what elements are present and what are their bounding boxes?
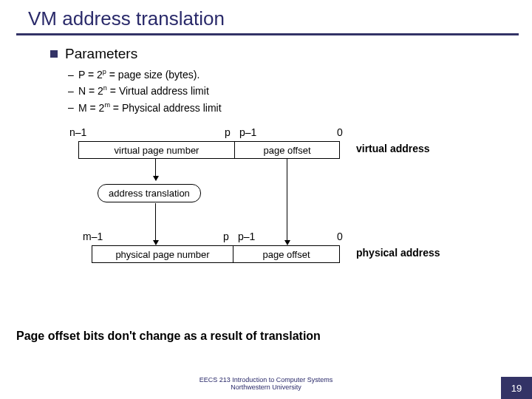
page-number: 19 [501,377,532,399]
va-box: virtual page number page offset [78,141,340,159]
pa-offset: page offset [233,246,339,262]
bullet-row: Parameters [50,46,514,62]
arrow-icon [155,203,156,245]
footer: EECS 213 Introduction to Computer System… [0,377,532,392]
pa-box: physical page number page offset [92,245,340,263]
note: Page offset bits don't change as a resul… [16,330,321,343]
sub-list: –P = 2p = page size (bytes). –N = 2n = V… [68,66,514,116]
footer-line2: Northwestern University [0,384,532,392]
va-index-p1: p–1 [239,126,256,138]
bullet-text: Parameters [65,46,137,62]
va-offset: page offset [235,142,339,158]
sub-item: –N = 2n = Virtual address limit [68,83,514,99]
arrow-icon [287,158,287,245]
arrow-icon [155,158,156,180]
va-index-zero: 0 [337,126,343,138]
pa-index-high: m–1 [83,231,103,242]
translation-diagram: n–1 p p–1 0 virtual page number page off… [46,126,514,289]
va-label: virtual address [356,143,430,154]
va-vpn: virtual page number [79,142,235,158]
va-index-high: n–1 [69,126,86,138]
slide-body: Parameters –P = 2p = page size (bytes). … [0,35,532,289]
pa-index-p1: p–1 [238,231,255,242]
pa-index-p: p [223,231,229,242]
sub-item: –P = 2p = page size (bytes). [68,66,514,83]
bullet-icon [50,50,58,58]
pa-ppn: physical page number [92,246,233,262]
addr-translation-box: address translation [98,184,201,202]
pa-index-zero: 0 [337,231,343,242]
va-index-p: p [225,126,231,138]
sub-item: –M = 2m = Physical address limit [68,100,514,116]
slide-title: VM address translation [0,0,532,33]
pa-label: physical address [356,247,440,259]
